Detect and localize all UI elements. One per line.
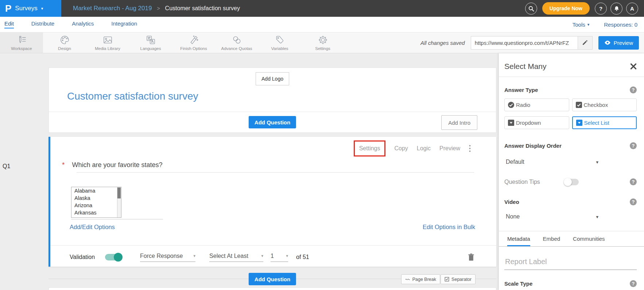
page-break-label: Page Break — [412, 277, 436, 282]
validation-toggle[interactable] — [105, 254, 122, 260]
answer-listbox[interactable]: Alabama Alaska Arizona Arkansas — [71, 187, 121, 218]
listbox-option[interactable]: Arkansas — [71, 209, 121, 216]
min-count-value: 1 — [271, 253, 274, 259]
report-label-input[interactable] — [504, 258, 637, 270]
question-text[interactable]: Which are your favorite states? — [72, 161, 162, 169]
tabs-shadow-divider — [499, 246, 644, 247]
select-at-least-dropdown[interactable]: Select At Least ▾ — [209, 253, 263, 262]
workspace-icon — [17, 35, 27, 45]
breadcrumb: Market Research - Aug 2019 > Customer sa… — [73, 5, 240, 12]
tab-edit[interactable]: Edit — [4, 20, 14, 28]
validation-row: Validation Force Response ▾ Select At Le… — [70, 250, 474, 264]
answer-type-label: Answer Type — [504, 87, 538, 93]
more-options-menu[interactable] — [469, 145, 471, 152]
answer-type-dropdown[interactable]: Dropdown — [504, 116, 569, 129]
force-response-dropdown[interactable]: Force Response ▾ — [140, 253, 195, 262]
toolbar-item-label: Media Library — [95, 46, 120, 51]
listbox-option[interactable]: Alabama — [71, 187, 121, 194]
scrollbar-thumb[interactable] — [117, 187, 121, 198]
help-icon[interactable]: ? — [630, 86, 637, 93]
tab-communities[interactable]: Communities — [573, 236, 605, 246]
toolbar-item-design[interactable]: Design — [43, 32, 86, 53]
separator-button[interactable]: Separator — [441, 274, 476, 284]
help-button[interactable]: ? — [595, 3, 607, 15]
toolbar-item-variables[interactable]: Variables — [258, 32, 301, 53]
min-count-dropdown[interactable]: 1 ▾ — [271, 253, 288, 262]
preview-button[interactable]: Preview — [598, 36, 639, 50]
edit-options-in-bulk-link[interactable]: Edit Options in Bulk — [423, 224, 475, 231]
tab-embed[interactable]: Embed — [543, 236, 560, 246]
answer-type-option-label: Select List — [584, 120, 609, 126]
question-settings-action[interactable]: Settings — [354, 140, 386, 156]
help-icon[interactable]: ? — [630, 198, 637, 205]
answer-type-radio[interactable]: Radio — [504, 98, 569, 111]
tab-distribute[interactable]: Distribute — [31, 20, 54, 28]
toolbar-item-media-library[interactable]: Media Library — [86, 32, 129, 53]
page-break-button[interactable]: Page Break — [401, 274, 440, 284]
help-icon[interactable]: ? — [630, 178, 637, 185]
wand-icon — [189, 35, 199, 45]
responses-count: Responses: 0 — [604, 22, 637, 28]
answer-type-checkbox[interactable]: Checkbox — [572, 98, 637, 111]
tab-metadata[interactable]: Metadata — [507, 236, 530, 246]
toolbar-item-label: Workspace — [11, 46, 32, 51]
question-underline — [77, 172, 474, 173]
chevron-down-icon: ▾ — [41, 7, 43, 11]
close-icon — [630, 63, 637, 70]
toolbar-item-finish-options[interactable]: Finish Options — [172, 32, 215, 53]
listbox-option[interactable]: Arizona — [71, 202, 121, 209]
question-tips-toggle[interactable] — [564, 179, 579, 185]
divider — [50, 245, 496, 245]
toolbar-item-label: Design — [58, 46, 71, 51]
question-logic-action[interactable]: Logic — [417, 145, 431, 152]
survey-url-input[interactable] — [471, 36, 578, 49]
question-copy-action[interactable]: Copy — [394, 145, 408, 152]
surveys-menu[interactable]: P Surveys ▾ — [0, 0, 61, 17]
add-question-button-top[interactable]: Add Question — [249, 116, 296, 128]
survey-editor-column: Add Logo Customer satisfaction survey Ad… — [49, 67, 496, 290]
edit-url-button[interactable] — [578, 36, 592, 49]
upgrade-now-button[interactable]: Upgrade Now — [542, 2, 590, 15]
toolbar-item-advance-quotas[interactable]: Advance Quotas — [215, 32, 258, 53]
add-question-button-bottom[interactable]: Add Question — [249, 273, 296, 285]
add-intro-button[interactable]: Add Intro — [441, 115, 477, 130]
listbox-option[interactable]: Alaska — [71, 194, 121, 202]
question-tips-row: Question Tips ? — [504, 178, 637, 185]
tab-analytics[interactable]: Analytics — [72, 20, 94, 28]
search-button[interactable] — [525, 3, 537, 15]
add-logo-button[interactable]: Add Logo — [256, 72, 289, 85]
account-avatar[interactable]: A — [626, 3, 638, 15]
question-actions: Settings Copy Logic Preview — [354, 140, 471, 156]
toolbar-item-languages[interactable]: Languages — [129, 32, 172, 53]
add-edit-options-link[interactable]: Add/Edit Options — [70, 224, 115, 231]
delete-question-button[interactable] — [468, 253, 474, 261]
preview-label: Preview — [614, 40, 633, 46]
tab-integration[interactable]: Integration — [111, 20, 137, 28]
chevron-down-icon: ▾ — [194, 254, 196, 258]
scale-type-label: Scale Type — [504, 281, 532, 287]
help-icon[interactable]: ? — [630, 142, 637, 149]
video-select[interactable]: None ▾ — [504, 213, 598, 220]
answer-type-grid: Radio Checkbox Dropdown Select List — [504, 98, 637, 129]
tools-menu[interactable]: Tools ▾ — [573, 22, 590, 28]
toolbar-item-settings[interactable]: Settings — [301, 32, 344, 53]
survey-url-box — [471, 36, 593, 50]
validation-label: Validation — [70, 254, 95, 260]
app-menu-label: Surveys — [15, 5, 37, 12]
breadcrumb-parent-link[interactable]: Market Research - Aug 2019 — [73, 5, 152, 12]
listbox-scrollbar[interactable] — [117, 187, 121, 217]
select-at-least-value: Select At Least — [209, 253, 248, 259]
help-icon[interactable]: ? — [630, 280, 637, 287]
answer-display-order-value: Default — [506, 159, 524, 165]
notifications-button[interactable] — [610, 3, 622, 15]
force-response-value: Force Response — [140, 253, 183, 259]
question-tips-label: Question Tips — [504, 179, 564, 185]
answer-display-order-select[interactable]: Default ▾ — [504, 159, 598, 165]
survey-title[interactable]: Customer satisfaction survey — [67, 90, 198, 102]
subnav-tabs: Edit Distribute Analytics Integration — [0, 20, 137, 28]
close-panel-button[interactable] — [630, 63, 637, 70]
question-preview-action[interactable]: Preview — [439, 145, 460, 152]
answer-type-select-list[interactable]: Select List — [572, 116, 637, 129]
toolbar-item-workspace[interactable]: Workspace — [0, 32, 43, 53]
breadcrumb-separator: > — [157, 5, 160, 11]
